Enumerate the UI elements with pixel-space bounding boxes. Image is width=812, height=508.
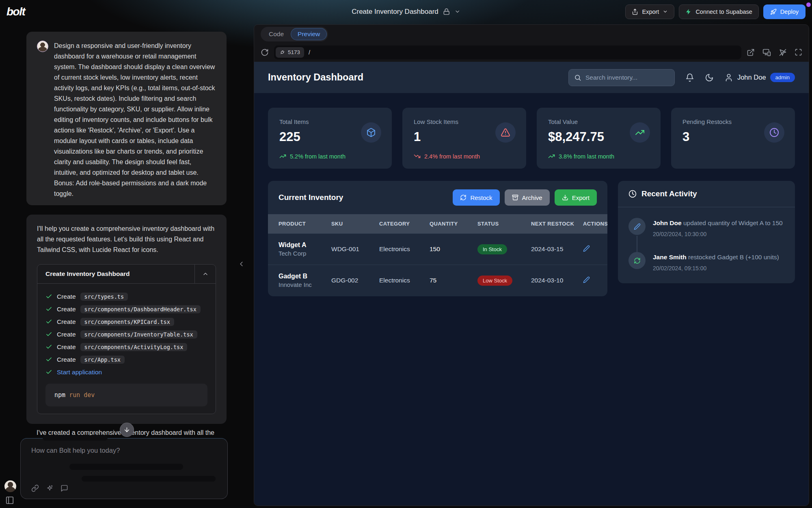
col-actions: Actions [583, 214, 607, 234]
terminal-command: npm run dev [45, 384, 207, 406]
scroll-down-button[interactable] [120, 423, 134, 437]
check-icon [45, 343, 52, 350]
dashboard-title: Inventory Dashboard [268, 72, 363, 83]
url-input[interactable]: 5173 / [274, 46, 741, 59]
package-icon [366, 128, 376, 137]
trending-down-icon [414, 153, 421, 160]
artifact-title: Create Inventory Dashboard [37, 265, 194, 283]
file-path[interactable]: src/components/DashboardHeader.tsx [80, 305, 201, 313]
bolt-app: bolt Create Inventory Dashboard Export C… [0, 0, 812, 508]
activity-action: restocked Gadget B (+100 units) [687, 254, 779, 261]
file-action-row: Create src/components/DashboardHeader.ts… [45, 303, 207, 315]
sidebar-toggle-icon[interactable] [5, 496, 14, 505]
edit-row-button[interactable] [583, 276, 590, 283]
collapse-chat-handle[interactable] [238, 260, 245, 268]
external-link-icon[interactable] [747, 48, 755, 56]
connect-supabase-button[interactable]: Connect to Supabase [679, 4, 758, 19]
workbench-panel: Code Preview 5173 / Inve [254, 24, 809, 506]
inventory-table: Product SKU Category Quantity Status Nex… [268, 214, 607, 296]
category-cell: Electronics [379, 234, 430, 265]
table-row[interactable]: Widget ATech Corp WDG-001 Electronics 15… [268, 234, 607, 265]
rocket-icon [770, 9, 777, 15]
refresh-icon [634, 257, 641, 264]
file-path[interactable]: src/components/KPICard.tsx [80, 318, 174, 326]
project-title-menu[interactable]: Create Inventory Dashboard [352, 0, 460, 23]
file-path[interactable]: src/components/InventoryTable.tsx [80, 330, 197, 339]
chat-bubble-icon[interactable] [60, 484, 68, 492]
quantity-cell[interactable]: 150 [430, 234, 477, 265]
deploy-label: Deploy [780, 9, 799, 15]
check-icon [45, 356, 52, 363]
tab-preview[interactable]: Preview [291, 28, 327, 40]
file-verb: Create [57, 356, 76, 363]
chevron-down-icon[interactable] [454, 9, 460, 15]
fullscreen-icon[interactable] [795, 48, 802, 56]
user-menu[interactable]: John Doe admin [724, 73, 795, 82]
bolt-logo[interactable]: bolt [6, 5, 25, 18]
file-path[interactable]: src/App.tsx [80, 356, 125, 364]
table-row[interactable]: Gadget BInnovate Inc GDG-002 Electronics… [268, 265, 607, 296]
status-badge: Low Stock [477, 276, 512, 286]
port-number: 5173 [288, 49, 300, 55]
quantity-cell[interactable]: 75 [430, 265, 477, 296]
file-verb: Create [57, 318, 76, 326]
restock-button[interactable]: Restock [453, 189, 499, 206]
chat-panel: Design a responsive and user-friendly in… [0, 23, 254, 508]
file-path[interactable]: src/components/ActivityLog.tsx [80, 343, 188, 351]
trending-up-icon [548, 153, 555, 160]
bell-icon[interactable] [685, 73, 694, 82]
assistant-message: I'll help you create a comprehensive inv… [26, 215, 227, 424]
user-icon [724, 73, 733, 82]
export-button[interactable]: Export [625, 4, 674, 19]
file-verb: Create [57, 306, 76, 313]
tab-code[interactable]: Code [262, 28, 291, 40]
kpi-card-total-items: Total Items 225 5.2% from last month [268, 108, 392, 169]
col-product: Product [268, 214, 331, 234]
artifact-collapse-button[interactable] [194, 265, 216, 283]
deploy-button[interactable]: Deploy [763, 4, 806, 19]
kpi-icon-circle [630, 122, 650, 143]
kpi-trend-text: 3.8% from last month [559, 153, 614, 160]
url-path: / [309, 49, 310, 56]
edit-icon [634, 223, 641, 230]
archive-button[interactable]: Archive [505, 189, 550, 206]
file-action-row: Create src/types.ts [45, 290, 207, 303]
kpi-trend: 2.4% from last month [414, 153, 480, 160]
file-path[interactable]: src/types.ts [80, 293, 128, 301]
col-status: Status [477, 214, 531, 234]
main-row: Current Inventory Restock Archive [268, 181, 795, 296]
role-badge: admin [770, 73, 795, 82]
file-verb: Create [57, 343, 76, 351]
profile-avatar[interactable] [4, 480, 16, 492]
start-application-link[interactable]: Start application [57, 369, 102, 376]
category-cell: Electronics [379, 265, 430, 296]
sparkles-icon[interactable] [46, 484, 54, 492]
kpi-card-pending-restocks: Pending Restocks 3 [671, 108, 795, 169]
dashboard-header-actions: John Doe admin [568, 69, 795, 86]
chat-input-box[interactable]: How can Bolt help you today? [20, 438, 228, 499]
archive-icon [512, 194, 518, 201]
redacted-text [69, 464, 183, 470]
dark-mode-toggle-icon[interactable] [705, 73, 714, 82]
redacted-text [43, 435, 108, 441]
next-restock-cell: 2024-03-15 [531, 234, 583, 265]
link-icon[interactable] [31, 484, 39, 492]
export-csv-button[interactable]: Export [555, 189, 597, 206]
inspector-off-icon[interactable] [779, 48, 787, 56]
activity-item: Jane Smith restocked Gadget B (+100 unit… [628, 252, 784, 273]
table-header-row: Product SKU Category Quantity Status Nex… [268, 214, 607, 234]
devices-icon[interactable] [762, 48, 771, 56]
activity-time: 20/02/2024, 10:30:00 [653, 230, 783, 239]
search-input[interactable] [585, 74, 669, 81]
reload-icon[interactable] [261, 48, 269, 56]
view-tabs: Code Preview [254, 25, 809, 43]
kpi-row: Total Items 225 5.2% from last month Low… [268, 108, 795, 169]
clock-icon [628, 190, 637, 198]
artifact-header: Create Inventory Dashboard [37, 265, 216, 284]
file-verb: Create [57, 331, 76, 338]
check-icon [45, 306, 52, 313]
port-badge[interactable]: 5173 [276, 47, 304, 58]
edit-row-button[interactable] [583, 245, 590, 252]
activity-icon-circle [628, 252, 646, 269]
search-box[interactable] [568, 69, 675, 86]
